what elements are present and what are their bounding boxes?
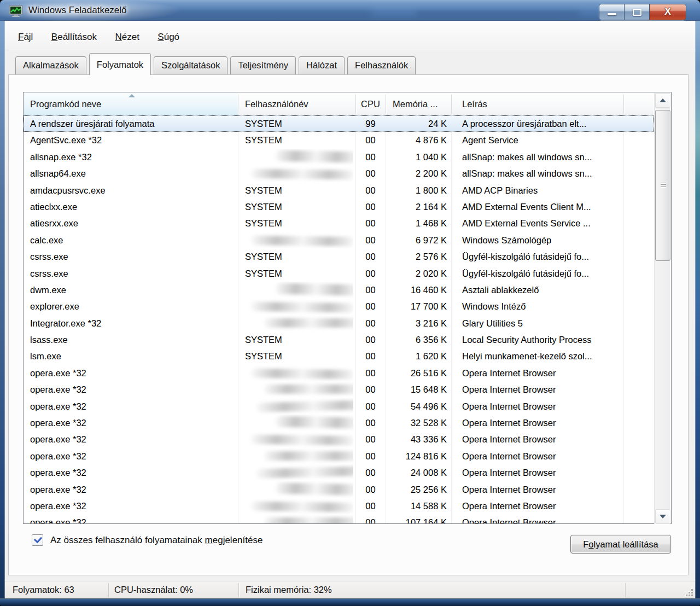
menu-options[interactable]: Beállítások — [46, 25, 102, 49]
process-name-cell: atiesrxx.exe — [30, 215, 234, 231]
sort-ascending-icon — [129, 94, 135, 97]
tab-networking[interactable]: Hálózat — [299, 56, 345, 74]
process-name-cell: Integrator.exe *32 — [30, 315, 234, 331]
table-row[interactable]: csrss.exe SYSTEM 00 2 576 K Ügyfél-kiszo… — [24, 248, 654, 265]
menu-help[interactable]: Súgó — [152, 25, 185, 49]
table-row[interactable]: dwm.exe 00 16 460 K Asztali ablakkezelő — [24, 282, 654, 298]
column-header-user[interactable]: Felhasználónév — [238, 92, 355, 115]
process-name-cell: calc.exe — [30, 232, 234, 248]
table-row[interactable]: AgentSvc.exe *32 SYSTEM 00 4 876 K Agent… — [24, 132, 654, 148]
table-row[interactable]: Integrator.exe *32 00 3 216 K Glary Util… — [24, 315, 654, 331]
username-cell — [245, 398, 353, 415]
table-row[interactable]: atieclxx.exe SYSTEM 00 2 164 K AMD Exter… — [24, 199, 654, 215]
resize-grip[interactable] — [685, 588, 693, 596]
memory-cell: 32 528 K — [380, 415, 447, 431]
censored-username — [256, 466, 353, 478]
table-row[interactable]: opera.exe *32 00 43 336 K Opera Internet… — [24, 431, 654, 447]
memory-cell: 16 460 K — [380, 282, 447, 298]
censored-titlebar-text — [416, 10, 580, 16]
table-row[interactable]: csrss.exe SYSTEM 00 2 020 K Ügyfél-kiszo… — [24, 265, 654, 282]
client-area: Fájl Beállítások Nézet Súgó Alkalmazások… — [5, 21, 695, 598]
censored-username — [275, 416, 353, 428]
process-name-cell: A rendszer üresjárati folyamata — [30, 115, 234, 132]
username-cell — [245, 298, 353, 314]
status-process-count: Folyamatok: 63 — [13, 581, 74, 598]
table-row[interactable]: opera.exe *32 00 14 588 K Opera Internet… — [24, 498, 654, 514]
tab-users[interactable]: Felhasználók — [347, 56, 416, 74]
table-row[interactable]: calc.exe 00 6 972 K Windows Számológép — [24, 232, 654, 248]
description-cell: Opera Internet Browser — [462, 381, 645, 398]
menu-file[interactable]: Fájl — [13, 25, 38, 49]
minimize-button[interactable] — [599, 4, 625, 20]
table-row[interactable]: lsm.exe SYSTEM 00 1 620 K Helyi munkamen… — [24, 348, 654, 364]
description-cell: Local Security Authority Process — [462, 331, 645, 348]
description-cell: Opera Internet Browser — [462, 448, 645, 464]
list-header: Programkód neve Felhasználónév CPU Memór… — [24, 92, 654, 115]
restore-icon — [633, 9, 641, 16]
table-row[interactable]: opera.exe *32 00 15 648 K Opera Internet… — [24, 381, 654, 398]
caption-buttons: X — [599, 4, 686, 20]
column-header-memory[interactable]: Memória ... — [386, 92, 451, 115]
table-row[interactable]: opera.exe *32 00 26 516 K Opera Internet… — [24, 365, 654, 381]
table-row[interactable]: opera.exe *32 00 32 528 K Opera Internet… — [24, 415, 654, 431]
censored-username — [250, 302, 353, 313]
tab-services[interactable]: Szolgáltatások — [154, 56, 228, 74]
username-cell — [245, 415, 353, 431]
censored-username — [250, 169, 353, 180]
close-button[interactable]: X — [650, 4, 686, 20]
username-cell — [245, 165, 353, 182]
column-header-cpu[interactable]: CPU — [355, 92, 386, 115]
table-row[interactable]: explorer.exe 00 17 700 K Windows Intéző — [24, 298, 654, 314]
tab-performance[interactable]: Teljesítmény — [230, 56, 296, 74]
table-row[interactable]: opera.exe *32 00 25 256 K Opera Internet… — [24, 481, 654, 498]
table-row[interactable]: opera.exe *32 00 54 496 K Opera Internet… — [24, 398, 654, 415]
description-cell: Ügyfél-kiszolgáló futásidejű fo... — [462, 248, 645, 265]
process-name-cell: AgentSvc.exe *32 — [30, 132, 234, 148]
titlebar[interactable]: Windows Feladatkezelő X — [0, 0, 700, 21]
table-row[interactable]: allsnap.exe *32 00 1 040 K allSnap: make… — [24, 149, 654, 165]
show-all-users-checkbox[interactable] — [32, 534, 43, 546]
process-name-cell: opera.exe *32 — [30, 415, 234, 431]
process-name-cell: opera.exe *32 — [30, 431, 234, 447]
process-name-cell: opera.exe *32 — [30, 481, 234, 498]
censored-username — [264, 318, 353, 328]
username-cell — [245, 464, 353, 481]
username-cell: SYSTEM — [245, 132, 353, 148]
process-name-cell: amdacpusrsvc.exe — [30, 182, 234, 199]
censored-username — [275, 482, 353, 495]
username-cell: SYSTEM — [245, 215, 353, 231]
vertical-scrollbar[interactable] — [654, 93, 670, 524]
table-row[interactable]: opera.exe *32 00 24 008 K Opera Internet… — [24, 464, 654, 481]
table-row[interactable]: lsass.exe SYSTEM 00 6 356 K Local Securi… — [24, 331, 654, 348]
scrollbar-grip-icon — [661, 183, 666, 188]
censored-username — [275, 150, 353, 162]
censored-username — [264, 517, 353, 523]
scroll-down-button[interactable] — [655, 509, 670, 524]
scrollbar-thumb[interactable] — [655, 110, 670, 261]
column-header-description[interactable]: Leírás — [451, 92, 623, 115]
table-row[interactable]: atiesrxx.exe SYSTEM 00 1 468 K AMD Exter… — [24, 215, 654, 231]
scroll-up-button[interactable] — [655, 93, 670, 108]
end-process-button[interactable]: Folyamat leállítása — [570, 535, 671, 553]
minimize-icon — [608, 13, 616, 15]
table-row[interactable]: amdacpusrsvc.exe SYSTEM 00 1 800 K AMD A… — [24, 182, 654, 199]
process-name-cell: opera.exe *32 — [30, 365, 234, 381]
menu-view[interactable]: Nézet — [109, 25, 144, 49]
process-list-view: Programkód neve Felhasználónév CPU Memór… — [23, 92, 672, 524]
censored-username — [250, 435, 353, 446]
process-name-cell: lsass.exe — [30, 331, 234, 348]
table-row[interactable]: opera.exe *32 00 107 164 K Opera Interne… — [24, 514, 654, 523]
memory-cell: 17 700 K — [380, 298, 447, 314]
tab-applications[interactable]: Alkalmazások — [15, 56, 86, 74]
table-row[interactable]: A rendszer üresjárati folyamata SYSTEM 9… — [24, 115, 654, 132]
username-cell: SYSTEM — [245, 265, 353, 282]
table-row[interactable]: opera.exe *32 00 124 816 K Opera Interne… — [24, 448, 654, 464]
description-cell: Helyi munkamenet-kezelő szol... — [462, 348, 645, 364]
status-cpu-usage: CPU-használat: 0% — [114, 581, 193, 598]
censored-username — [250, 502, 353, 512]
tab-processes[interactable]: Folyamatok — [89, 53, 151, 75]
restore-button[interactable] — [625, 4, 650, 20]
description-cell: Opera Internet Browser — [462, 514, 645, 523]
table-row[interactable]: allsnap64.exe 00 2 200 K allSnap: makes … — [24, 165, 654, 182]
process-name-cell: opera.exe *32 — [30, 448, 234, 464]
